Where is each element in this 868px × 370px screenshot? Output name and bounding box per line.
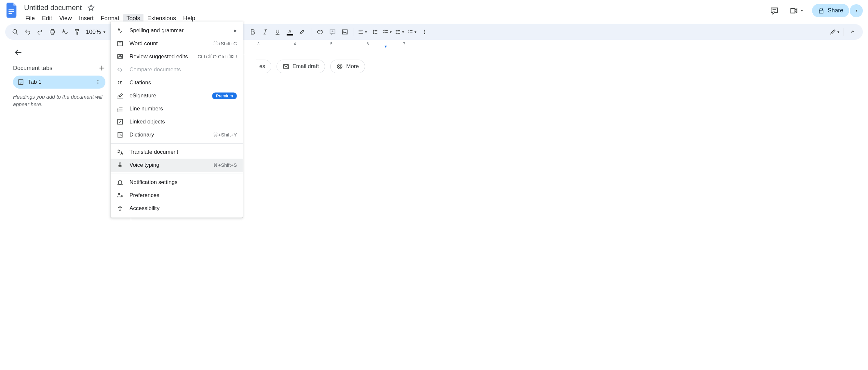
menu-item-label: Translate document xyxy=(129,149,237,155)
svg-line-6 xyxy=(16,33,18,34)
svg-rect-2 xyxy=(8,13,12,14)
chip-label: Email draft xyxy=(292,63,319,70)
title-area: Untitled document File Edit View Insert … xyxy=(22,3,768,23)
docs-logo[interactable] xyxy=(5,2,18,19)
svg-rect-1 xyxy=(8,11,14,12)
document-title[interactable]: Untitled document xyxy=(22,3,84,13)
zoom-select[interactable]: 100%▼ xyxy=(84,29,108,35)
chevron-down-icon: ▼ xyxy=(401,30,405,34)
collapse-toolbar-icon[interactable] xyxy=(847,26,858,37)
align-button[interactable]: ▼ xyxy=(357,26,368,37)
print-icon[interactable] xyxy=(47,26,58,37)
vertical-ruler xyxy=(0,42,7,370)
add-tab-button[interactable] xyxy=(98,64,105,72)
svg-point-59 xyxy=(121,196,122,197)
svg-line-9 xyxy=(265,30,266,34)
header-actions: ▼ Share ▼ xyxy=(768,3,863,17)
checklist-button[interactable]: ▼ xyxy=(382,26,393,37)
underline-icon[interactable] xyxy=(272,26,283,37)
share-label: Share xyxy=(828,7,843,14)
tab-more-icon[interactable] xyxy=(95,79,101,85)
menu-separator xyxy=(111,143,243,144)
bell-icon xyxy=(117,179,124,186)
menu-file[interactable]: File xyxy=(22,14,38,23)
premium-badge: Premium xyxy=(212,92,237,99)
italic-icon[interactable] xyxy=(259,26,271,37)
svg-point-38 xyxy=(98,83,99,84)
star-icon[interactable] xyxy=(88,4,95,11)
chip-partial[interactable]: es xyxy=(256,60,271,73)
share-dropdown[interactable]: ▼ xyxy=(850,4,863,17)
svg-point-29 xyxy=(424,33,425,34)
tools-accessibility[interactable]: Accessibility xyxy=(111,202,243,215)
meet-button[interactable]: ▼ xyxy=(787,4,806,17)
chevron-down-icon: ▼ xyxy=(800,9,804,12)
line-numbers-icon: 123 xyxy=(117,105,124,112)
menu-insert[interactable]: Insert xyxy=(76,14,97,23)
menu-view[interactable]: View xyxy=(56,14,75,23)
menu-item-label: Citations xyxy=(129,80,237,86)
tools-translate[interactable]: Translate document xyxy=(111,146,243,159)
svg-text:A: A xyxy=(120,133,122,137)
bullet-list-button[interactable]: ▼ xyxy=(394,26,405,37)
tools-citations[interactable]: Citations xyxy=(111,76,243,89)
menu-shortcut: ⌘+Shift+S xyxy=(213,162,237,168)
add-comment-icon[interactable] xyxy=(327,26,338,37)
tools-line-numbers[interactable]: 123 Line numbers xyxy=(111,102,243,115)
zoom-value: 100% xyxy=(86,29,101,35)
app-header: Untitled document File Edit View Insert … xyxy=(0,0,868,22)
tools-notifications[interactable]: Notification settings xyxy=(111,176,243,189)
tools-menu-dropdown: Spelling and grammar ▶ Word count ⌘+Shif… xyxy=(111,22,243,218)
undo-icon[interactable] xyxy=(22,26,33,37)
dictionary-icon: A xyxy=(117,131,124,138)
tools-voice-typing[interactable]: Voice typing ⌘+Shift+S xyxy=(111,159,243,172)
tools-preferences[interactable]: Preferences xyxy=(111,189,243,202)
comments-icon[interactable] xyxy=(768,4,781,17)
svg-point-27 xyxy=(424,30,425,31)
menu-edit[interactable]: Edit xyxy=(39,14,55,23)
share-button[interactable]: Share xyxy=(812,4,849,17)
highlight-icon[interactable] xyxy=(297,26,308,37)
email-icon xyxy=(283,63,289,70)
link-icon[interactable] xyxy=(315,26,326,37)
chevron-down-icon: ▼ xyxy=(389,30,392,34)
svg-point-5 xyxy=(13,30,17,33)
menu-item-label: Line numbers xyxy=(129,106,237,112)
numbered-list-button[interactable]: 12▼ xyxy=(407,26,418,37)
more-toolbar-icon[interactable] xyxy=(419,26,430,37)
menu-item-label: eSignature xyxy=(129,92,206,99)
image-icon[interactable] xyxy=(339,26,350,37)
tools-esignature[interactable]: eSignature Premium xyxy=(111,89,243,102)
menu-shortcut: ⌘+Shift+Y xyxy=(213,132,237,138)
svg-rect-57 xyxy=(119,163,121,166)
tools-compare: Compare documents xyxy=(111,63,243,76)
svg-point-36 xyxy=(98,80,99,81)
svg-point-58 xyxy=(118,193,120,195)
menu-item-label: Accessibility xyxy=(129,205,237,212)
signature-icon xyxy=(117,92,124,99)
tab-label: Tab 1 xyxy=(28,79,42,85)
line-spacing-button[interactable] xyxy=(370,26,381,37)
svg-point-41 xyxy=(339,65,341,68)
redo-icon[interactable] xyxy=(34,26,45,37)
editing-mode-button[interactable]: ▼ xyxy=(829,26,840,37)
text-color-button[interactable]: A xyxy=(284,26,296,37)
spellcheck-icon xyxy=(117,27,124,34)
mic-icon xyxy=(117,162,124,169)
bold-icon[interactable] xyxy=(247,26,258,37)
tools-spelling[interactable]: Spelling and grammar ▶ xyxy=(111,24,243,37)
tools-word-count[interactable]: Word count ⌘+Shift+C xyxy=(111,37,243,50)
svg-point-40 xyxy=(337,64,342,69)
tools-review-edits[interactable]: Review suggested edits Ctrl+⌘O Ctrl+⌘U xyxy=(111,50,243,63)
paint-format-icon[interactable] xyxy=(71,26,83,37)
back-arrow-icon[interactable] xyxy=(14,48,23,57)
search-icon[interactable] xyxy=(10,26,21,37)
chip-email-draft[interactable]: Email draft xyxy=(277,60,325,73)
tab-item-1[interactable]: Tab 1 xyxy=(13,76,105,89)
spellcheck-icon[interactable] xyxy=(59,26,70,37)
tools-dictionary[interactable]: A Dictionary ⌘+Shift+Y xyxy=(111,128,243,141)
chip-more[interactable]: More xyxy=(330,60,365,73)
chip-label: More xyxy=(346,63,359,70)
linked-icon xyxy=(117,118,124,125)
tools-linked-objects[interactable]: Linked objects xyxy=(111,115,243,128)
